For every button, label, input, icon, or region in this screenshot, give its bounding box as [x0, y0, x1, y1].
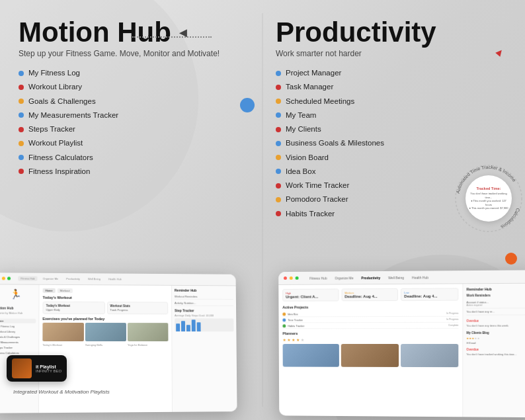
feature-dot: [19, 112, 24, 118]
feature-dot: [276, 127, 281, 132]
reminder-item-1: Workout Reminders: [175, 294, 233, 300]
sidebar-nav-workout-lib[interactable]: Workout Library: [0, 329, 36, 334]
tab-health: Health Hub: [106, 276, 124, 281]
step-bar-2: [181, 321, 185, 331]
dotted-line-decoration: [132, 36, 212, 38]
screen-topbar-left: Fitness Hub Organize Me Productivity Wel…: [0, 273, 236, 286]
sr-overdue2-section: Overdue You don't have tracked working t…: [466, 348, 525, 357]
screen-card-today: Today's Workout Upper Body: [42, 302, 104, 314]
left-title-text: Motion Hub: [19, 19, 171, 46]
tab-productivity: Productivity: [63, 276, 83, 281]
screen-tab-workout[interactable]: Workout: [57, 288, 72, 293]
feature-dot: [19, 169, 24, 174]
sr-value-low: Deadline: Aug 4...: [404, 294, 455, 298]
star-4: ★: [296, 337, 300, 342]
sidebar-nav-measurements[interactable]: My Measurements: [0, 340, 36, 345]
right-screen-tabs: Fitness Hub Organize Me Productivity Wel…: [307, 274, 430, 280]
project-status-time: In Progress: [446, 318, 458, 321]
feature-label: Project Manager: [286, 66, 341, 80]
screen-topbar-right: Fitness Hub Organize Me Productivity Wel…: [278, 270, 525, 285]
screen-tab-home[interactable]: Home: [43, 288, 56, 293]
feature-label: Fitness Calculators: [28, 151, 93, 165]
feature-label: My Team: [286, 108, 316, 122]
feature-dot: [276, 211, 281, 216]
rtab-wellbeing: Well Being: [386, 274, 406, 280]
feature-dot: [19, 99, 24, 104]
sr-value-medium: Deadline: Aug 4...: [344, 294, 395, 298]
tab-organize: Organize Me: [40, 276, 61, 281]
sr-overdue2-title: Overdue: [466, 348, 525, 351]
feature-dot: [276, 112, 281, 118]
sr-img-2: [341, 344, 399, 367]
screen-quick-actions: Today's Workout Upper Body Workout Stats…: [42, 302, 168, 315]
sr-overdue2-text: You don't have tracked working this time…: [466, 353, 525, 357]
exercises-planned-title: Exercises you've planned for Today: [42, 317, 168, 321]
sr-reminder-title: Reminder Hub: [467, 287, 525, 292]
feature-label: Workout Playlist: [28, 136, 83, 150]
circular-title: Tracked Time:: [477, 187, 501, 190]
screen-right-body: High Urgent: Client A... Medium Deadline…: [278, 284, 525, 417]
content-wrapper: Motion Hub ◄ Step up your Fitness Game. …: [0, 0, 525, 420]
left-feature-item: Workout Playlist: [19, 136, 249, 150]
right-feature-item: My Team: [276, 108, 506, 122]
feature-dot: [19, 85, 24, 90]
sr-reminder-2: You don't have any re...: [466, 308, 525, 315]
project-dot-habits: [282, 324, 286, 327]
sr-card-low: Low Deadline: Aug 4...: [401, 288, 458, 301]
workout-detail-3: Yoga for Balance: [128, 343, 169, 347]
sidebar-nav-fitness-log[interactable]: My Fitness Log: [0, 324, 36, 329]
sidebar-nav-steps[interactable]: Steps Tracker: [0, 345, 36, 350]
sr-client-dots-row: ● ● ● ● ●: [466, 336, 525, 340]
right-feature-item: Business Goals & Milestones: [276, 136, 506, 150]
sr-planner-stars: ★ ★ ★ ★ ★: [283, 337, 459, 342]
feature-label: My Measurements Tracker: [28, 108, 118, 122]
rtab-organize: Organize Me: [333, 275, 355, 280]
orange-dot-decoration: [505, 253, 517, 265]
exercise-img-3: [128, 323, 169, 341]
right-feature-item: Task Manager: [276, 80, 506, 94]
sr-projects-title: Active Projects: [282, 305, 458, 310]
left-feature-list: My Fitness LogWorkout LibraryGoals & Cha…: [19, 66, 249, 179]
project-status-ideabox: In Progress: [446, 312, 458, 315]
screen-tab-row: Home Workout: [43, 288, 169, 294]
left-feature-item: My Fitness Log: [19, 66, 249, 80]
workout-detail-2: Swinging Bells: [85, 343, 126, 347]
right-main-title: Productivity: [276, 19, 506, 46]
circular-time-tracker-badge: Automated Time Tracker & Income Calculat…: [452, 162, 525, 235]
traffic-red-r: [284, 276, 287, 280]
feature-dot: [276, 183, 281, 189]
sr-planners-section: Planners ★ ★ ★ ★ ★: [282, 331, 458, 367]
right-mock-screen: Fitness Hub Organize Me Productivity Wel…: [278, 270, 525, 417]
step-bar-1: [176, 323, 180, 331]
left-subtitle: Step up your Fitness Game. Move, Monitor…: [19, 49, 249, 58]
traffic-green: [7, 276, 11, 280]
feature-dot: [276, 85, 281, 90]
sr-clients-blog-title: My Clients Blog: [466, 331, 525, 335]
sidebar-nav-goals[interactable]: Goals & Challenges: [0, 335, 36, 339]
playlist-badge[interactable]: it Playlist INFINITY BEO: [7, 355, 67, 382]
traffic-yellow: [2, 276, 5, 280]
tab-wellbeing: Well Being: [85, 276, 103, 281]
exercise-images-row: [42, 323, 168, 341]
feature-dot: [276, 155, 281, 160]
right-feature-item: My Clients: [276, 122, 506, 136]
left-main-title: Motion Hub: [19, 19, 171, 46]
sr-right-panel: Reminder Hub Work Reminders Account # st…: [462, 284, 525, 417]
circular-inner-content: Tracked Time: You don't have tracked wor…: [465, 175, 512, 222]
rtab-productivity: Productivity: [359, 275, 382, 280]
feature-label: Goals & Challenges: [28, 95, 96, 108]
card-text-next: Track Progress: [110, 308, 165, 312]
project-name-time: Time Tracker: [288, 317, 444, 321]
step-bar-5: [197, 322, 201, 331]
sr-main-content: High Urgent: Client A... Medium Deadline…: [278, 284, 462, 417]
feature-label: My Fitness Log: [28, 66, 80, 80]
project-status-habits: Complete: [448, 324, 458, 327]
playlist-sub: INFINITY BEO: [36, 369, 61, 373]
feature-dot: [19, 71, 24, 76]
step-bar-4: [192, 319, 196, 331]
sr-images-section: [283, 344, 459, 367]
sidebar-nav-home[interactable]: Home: [0, 319, 36, 323]
sr-reminder-1: Account # status... Action required: [466, 299, 525, 309]
card-text-today: Upper Body: [46, 308, 102, 312]
playlist-title: it Playlist: [36, 364, 61, 369]
